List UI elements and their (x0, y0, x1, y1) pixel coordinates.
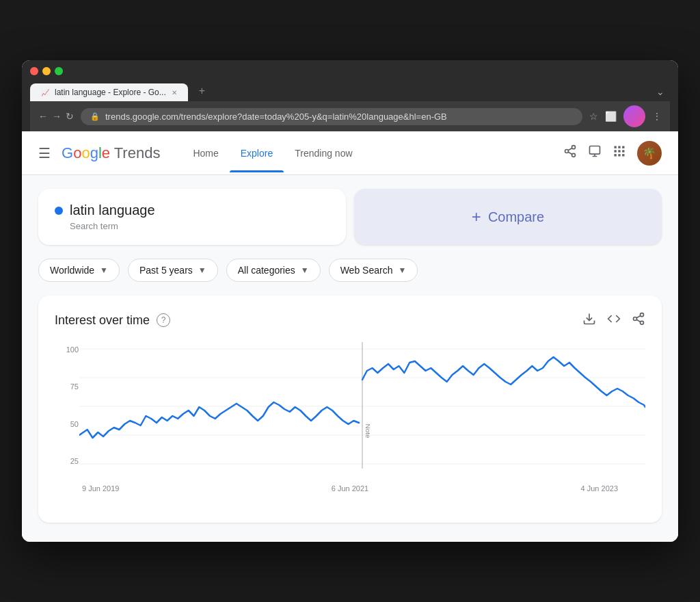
search-term-dot (55, 207, 63, 215)
svg-rect-11 (615, 150, 617, 152)
url-text: trends.google.com/trends/explore?date=to… (105, 112, 447, 122)
tab-collapse-button[interactable]: ⌄ (656, 86, 664, 97)
region-filter-label: Worldwide (50, 265, 94, 276)
region-filter-arrow: ▼ (100, 265, 108, 275)
embed-chart-button[interactable] (607, 312, 621, 328)
svg-line-3 (568, 152, 572, 154)
tab-title: latin language - Explore - Go... (55, 88, 166, 97)
search-term-header: latin language (55, 202, 329, 218)
chart-section: Interest over time ? (38, 296, 662, 523)
chart-header: Interest over time ? (55, 312, 645, 328)
nav-home[interactable]: Home (182, 134, 229, 172)
hamburger-menu-button[interactable]: ☰ (38, 145, 51, 161)
browser-window: 📈 latin language - Explore - Go... ✕ + ⌄… (22, 60, 678, 542)
main-content: latin language Search term + Compare Wor… (22, 175, 678, 536)
share-chart-button[interactable] (632, 312, 645, 328)
filter-row: Worldwide ▼ Past 5 years ▼ All categorie… (38, 259, 662, 282)
y-label-100: 100 (55, 345, 79, 354)
svg-rect-13 (622, 150, 624, 152)
time-filter-label: Past 5 years (139, 265, 193, 276)
x-label-2019: 9 Jun 2019 (82, 484, 119, 493)
time-filter-arrow: ▼ (198, 265, 206, 275)
compare-inner: + Compare (472, 207, 544, 226)
svg-rect-9 (618, 146, 620, 148)
chart-title-row: Interest over time ? (55, 313, 170, 328)
svg-point-2 (572, 153, 576, 157)
new-tab-button[interactable]: + (191, 81, 213, 101)
search-term-type: Search term (70, 221, 329, 231)
download-chart-button[interactable] (582, 312, 596, 328)
svg-rect-12 (618, 150, 620, 152)
page-content: ☰ Google Trends Home Explore Trending no… (22, 131, 678, 542)
active-tab[interactable]: 📈 latin language - Explore - Go... ✕ (30, 83, 188, 101)
app-logo: Google Trends (62, 144, 160, 162)
minimize-window-button[interactable] (42, 67, 51, 75)
apps-icon[interactable] (612, 144, 626, 161)
tab-close-button[interactable]: ✕ (172, 89, 177, 96)
category-filter-label: All categories (238, 265, 295, 276)
category-filter-arrow: ▼ (301, 265, 309, 275)
browser-controls (30, 67, 670, 75)
svg-text:Note: Note (364, 423, 372, 439)
nav-trending-now[interactable]: Trending now (284, 134, 363, 172)
svg-rect-14 (615, 154, 617, 156)
app-header: ☰ Google Trends Home Explore Trending no… (22, 131, 678, 175)
logo-trends: Trends (110, 144, 160, 162)
region-filter[interactable]: Worldwide ▼ (38, 259, 120, 282)
y-label-25: 25 (55, 457, 79, 465)
compare-box[interactable]: + Compare (354, 189, 662, 245)
y-label-75: 75 (55, 382, 79, 391)
close-window-button[interactable] (30, 67, 38, 75)
feedback-icon[interactable] (588, 144, 602, 161)
forward-button[interactable]: → (52, 111, 62, 122)
nav-explore[interactable]: Explore (230, 134, 284, 172)
svg-line-22 (636, 315, 641, 317)
chart-container: 100 75 50 25 (55, 342, 645, 506)
search-term-box: latin language Search term (38, 189, 346, 245)
user-avatar[interactable]: 🌴 (637, 141, 662, 166)
compare-plus-icon: + (472, 207, 481, 226)
svg-point-20 (641, 321, 644, 324)
svg-line-4 (568, 148, 572, 150)
menu-button[interactable]: ⋮ (652, 111, 662, 122)
search-type-filter[interactable]: Web Search ▼ (329, 259, 418, 282)
svg-rect-16 (622, 154, 624, 156)
maximize-window-button[interactable] (55, 67, 63, 75)
profile-avatar[interactable] (623, 105, 645, 127)
svg-point-19 (634, 317, 637, 321)
logo-google: Google (62, 144, 110, 162)
y-label-50: 50 (55, 420, 79, 428)
tab-manager-button[interactable]: ⬜ (605, 111, 617, 122)
address-bar[interactable]: 🔒 trends.google.com/trends/explore?date=… (81, 108, 582, 125)
category-filter[interactable]: All categories ▼ (226, 259, 321, 282)
tab-favicon: 📈 (41, 89, 49, 96)
search-type-filter-arrow: ▼ (398, 265, 406, 275)
refresh-button[interactable]: ↻ (66, 111, 74, 122)
back-button[interactable]: ← (38, 111, 48, 122)
svg-point-1 (565, 150, 569, 153)
time-filter[interactable]: Past 5 years ▼ (128, 259, 218, 282)
traffic-lights (30, 67, 63, 75)
browser-chrome: 📈 latin language - Explore - Go... ✕ + ⌄… (22, 60, 678, 131)
svg-point-18 (641, 313, 644, 317)
chart-title: Interest over time (55, 313, 150, 328)
address-bar-row: ← → ↻ 🔒 trends.google.com/trends/explore… (30, 101, 670, 131)
svg-rect-8 (615, 146, 617, 148)
svg-rect-15 (618, 154, 620, 156)
svg-point-0 (572, 146, 576, 149)
svg-line-21 (636, 319, 641, 322)
secure-icon: 🔒 (90, 112, 100, 121)
interest-chart: Note (79, 342, 645, 479)
x-axis-labels: 9 Jun 2019 6 Jun 2021 4 Jun 2023 (55, 484, 645, 493)
bookmark-button[interactable]: ☆ (589, 111, 598, 122)
address-actions: ☆ ⬜ ⋮ (589, 105, 662, 127)
main-nav: Home Explore Trending now (182, 134, 563, 172)
help-icon[interactable]: ? (157, 313, 170, 327)
search-type-filter-label: Web Search (340, 265, 393, 276)
search-section: latin language Search term + Compare (38, 189, 662, 245)
header-actions: 🌴 (563, 141, 662, 166)
chart-actions (582, 312, 645, 328)
y-axis-labels: 100 75 50 25 (55, 342, 79, 465)
share-icon[interactable] (563, 144, 577, 161)
x-label-2021: 6 Jun 2021 (332, 484, 368, 493)
